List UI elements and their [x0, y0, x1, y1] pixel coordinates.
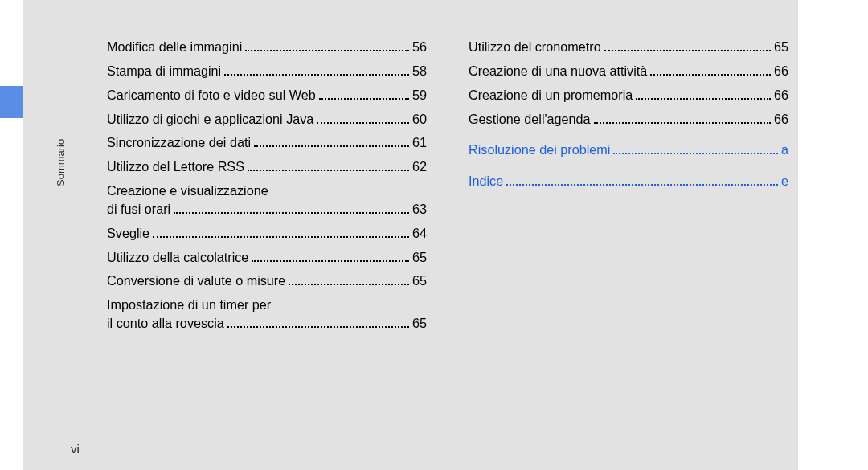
toc-page: 59	[412, 86, 427, 104]
toc-label: Stampa di immagini	[107, 62, 221, 80]
section-label: Sommario	[55, 139, 67, 186]
toc-page: e	[781, 172, 788, 190]
toc-dots	[224, 74, 409, 76]
toc-label: Creazione e visualizzazione	[107, 182, 268, 200]
toc-dots	[636, 98, 771, 100]
toc-label: Impostazione di un timer per	[107, 296, 271, 314]
toc-entry: Sveglie64	[107, 224, 427, 243]
toc-page: 66	[774, 86, 788, 104]
side-tab	[0, 86, 23, 118]
toc-right-column: Utilizzo del cronometro65Creazione di un…	[469, 38, 788, 338]
toc-label: Modifica delle immagini	[107, 38, 242, 56]
toc-label: Creazione di un promemoria	[469, 86, 633, 104]
toc-label: il conto alla rovescia	[107, 314, 224, 333]
toc-page: 65	[412, 272, 427, 290]
toc-entry: Modifica delle immagini56	[107, 38, 427, 56]
toc-entry: Utilizzo di giochi e applicazioni Java60	[107, 110, 427, 129]
toc-dots	[506, 184, 778, 186]
toc-page: 64	[412, 224, 427, 243]
toc-page: 65	[412, 314, 427, 333]
toc-label: Utilizzo del Lettore RSS	[107, 157, 244, 176]
toc-entry: Utilizzo del cronometro65	[469, 38, 788, 56]
toc-entry-line2: di fusi orari63	[107, 200, 427, 219]
toc-page: 58	[412, 62, 427, 80]
toc-dots	[252, 260, 409, 262]
toc-entry-line2: il conto alla rovescia65	[107, 314, 427, 333]
toc-dots	[594, 122, 771, 124]
toc-page: 65	[412, 248, 427, 267]
toc-label: Risoluzione dei problemi	[469, 141, 610, 159]
toc-label: Conversione di valute o misure	[107, 272, 285, 290]
toc-entry: Utilizzo della calcolatrice65	[107, 248, 427, 267]
toc-page: 66	[774, 62, 788, 80]
toc-dots	[227, 326, 409, 328]
toc-entry: Creazione di un promemoria66	[469, 86, 788, 104]
toc-page: 65	[774, 38, 788, 56]
toc-entry-line1: Creazione e visualizzazione	[107, 182, 427, 200]
toc-entry: Gestione dell'agenda66	[469, 110, 788, 129]
toc-page: 62	[412, 157, 427, 176]
toc-entry: Caricamento di foto e video sul Web59	[107, 86, 427, 104]
toc-dots	[245, 50, 409, 51]
toc-label: Utilizzo della calcolatrice	[107, 248, 248, 267]
toc-dots	[174, 212, 409, 214]
page-background: Sommario Modifica delle immagini56Stampa…	[23, 0, 798, 470]
toc-content: Modifica delle immagini56Stampa di immag…	[107, 38, 790, 338]
page-number: vi	[71, 442, 80, 456]
toc-page: a	[781, 141, 788, 159]
toc-dots	[254, 145, 409, 147]
toc-page: 63	[412, 200, 427, 219]
toc-left-column: Modifica delle immagini56Stampa di immag…	[107, 38, 427, 338]
toc-entry: Stampa di immagini58	[107, 62, 427, 80]
toc-dots	[317, 122, 409, 124]
toc-link-entry[interactable]: Indicee	[469, 172, 788, 190]
toc-label: di fusi orari	[107, 200, 170, 219]
toc-label: Utilizzo di giochi e applicazioni Java	[107, 110, 313, 129]
toc-label: Utilizzo del cronometro	[469, 38, 601, 56]
toc-entry: Utilizzo del Lettore RSS62	[107, 157, 427, 176]
toc-dots	[650, 74, 771, 76]
toc-entry: Creazione di una nuova attività66	[469, 62, 788, 80]
toc-entry: Conversione di valute o misure65	[107, 272, 427, 290]
toc-label: Caricamento di foto e video sul Web	[107, 86, 316, 104]
toc-link-entry[interactable]: Risoluzione dei problemia	[469, 141, 788, 159]
toc-page: 66	[774, 110, 788, 129]
toc-label: Sveglie	[107, 224, 149, 243]
toc-dots	[319, 98, 409, 100]
toc-label: Gestione dell'agenda	[469, 110, 591, 129]
toc-dots	[613, 153, 778, 154]
toc-page: 56	[412, 38, 427, 56]
toc-entry-line1: Impostazione di un timer per	[107, 296, 427, 314]
toc-dots	[289, 284, 409, 285]
toc-dots	[248, 170, 409, 171]
toc-label: Sincronizzazione dei dati	[107, 133, 251, 152]
toc-entry: Sincronizzazione dei dati61	[107, 133, 427, 152]
toc-dots	[604, 50, 771, 51]
toc-label: Creazione di una nuova attività	[469, 62, 647, 80]
toc-page: 60	[412, 110, 427, 129]
toc-dots	[153, 236, 409, 238]
toc-page: 61	[412, 133, 427, 152]
toc-label: Indice	[469, 172, 503, 190]
